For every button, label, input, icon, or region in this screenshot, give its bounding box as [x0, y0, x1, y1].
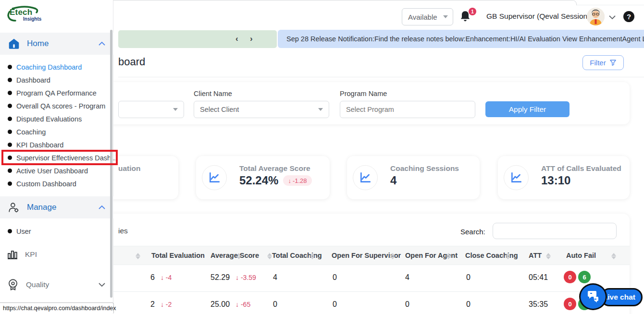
- sidebar-item-label: Coaching: [16, 128, 46, 136]
- bullet-icon: [8, 65, 12, 69]
- table-title: ies: [118, 227, 128, 235]
- notifications-button[interactable]: 1: [459, 10, 475, 24]
- status-url-text: https://chat.qevalpro.com/dashboard/inde…: [3, 305, 116, 312]
- trend-cell: ↓ -65: [235, 301, 250, 308]
- user-gear-icon: [8, 201, 20, 214]
- availability-select[interactable]: Available: [402, 8, 453, 25]
- sort-icon[interactable]: [390, 253, 395, 260]
- chevron-right-icon[interactable]: ›: [250, 34, 253, 44]
- sidebar-item-kpi[interactable]: KPI: [0, 246, 113, 263]
- cell-total-evaluation: 6↓ -4: [150, 273, 172, 282]
- highlight-box: [1, 150, 118, 165]
- stat-card-value: 52.24%: [239, 174, 278, 187]
- chevron-left-icon[interactable]: ‹: [235, 34, 238, 44]
- col-auto-fail[interactable]: Auto Fail: [566, 252, 596, 259]
- sidebar-item-label: Coaching Dashboard: [16, 63, 82, 71]
- cell-total-coaching: 4: [273, 273, 277, 282]
- col-average-score[interactable]: Average Score: [211, 252, 259, 259]
- table-header-row: Total Evaluation Average Score Total Coa…: [29, 246, 630, 265]
- logo-text-insights: Insights: [23, 16, 41, 22]
- cell-open-for-agent: 4: [405, 273, 409, 282]
- chevron-down-icon: [318, 108, 323, 111]
- availability-value: Available: [408, 13, 437, 21]
- avatar-image: [587, 8, 605, 25]
- sidebar-item-label: Custom Dashboard: [16, 180, 76, 188]
- page-title: board: [118, 56, 145, 68]
- home-icon: [8, 37, 20, 50]
- down-arrow-icon: ↓: [235, 274, 239, 281]
- sort-icon[interactable]: [267, 253, 272, 260]
- chevron-up-icon[interactable]: [98, 39, 106, 48]
- stat-card-label: uation: [118, 164, 141, 173]
- chevron-down-icon[interactable]: [98, 280, 106, 289]
- table-row[interactable]: 2↓ -2 25.00↓ -65 0 0 0 0 35:35 0: [29, 292, 630, 314]
- user-name: GB Supervisor (Qeval Session): [486, 12, 590, 21]
- user-avatar[interactable]: [587, 8, 605, 25]
- bullet-icon: [8, 104, 12, 108]
- program-name-label: Program Name: [340, 90, 387, 97]
- search-input[interactable]: [493, 223, 617, 239]
- sidebar-item-coaching-dashboard[interactable]: Coaching Dashboard: [0, 60, 113, 73]
- sidebar-item-kpi-dashboard[interactable]: KPI Dashboard: [0, 138, 113, 151]
- sidebar-item-label: Dashboard: [16, 76, 50, 84]
- stat-card-total-average-score: Total Average Score 52.24% ↓ -1.28: [196, 156, 330, 199]
- client-select[interactable]: Select Client: [194, 101, 329, 118]
- sidebar-section-home[interactable]: Home: [0, 33, 113, 55]
- sidebar-item-disputed-evaluations[interactable]: Disputed Evaluations: [0, 112, 113, 125]
- cell-total-coaching: 0: [273, 300, 277, 309]
- program-input[interactable]: [340, 101, 475, 118]
- sidebar-item-custom-dashboard[interactable]: Custom Dashboard: [0, 177, 113, 190]
- sidebar-item-quality[interactable]: Quality: [0, 277, 113, 293]
- cell-att: 35:35: [529, 300, 548, 309]
- sidebar-item-overall-qa-scores-program[interactable]: Overall QA scores - Program: [0, 99, 113, 112]
- chevron-up-icon[interactable]: [98, 203, 106, 212]
- sort-icon[interactable]: [310, 253, 315, 260]
- app-window: Available 1 GB Supervisor (Qeval Session…: [0, 0, 644, 314]
- bullet-icon: [8, 130, 12, 134]
- trend-cell: ↓ -4: [161, 274, 172, 281]
- sort-icon[interactable]: [546, 253, 551, 260]
- sidebar-item-label: Quality: [26, 280, 49, 289]
- sidebar-item-program-qa-performance[interactable]: Program QA Performance: [0, 86, 113, 99]
- quality-badge-icon: [7, 278, 19, 291]
- sidebar-item-dashboard[interactable]: Dashboard: [0, 73, 113, 86]
- sidebar-item-label: Disputed Evaluations: [16, 115, 82, 123]
- sidebar-section-manage[interactable]: Manage: [0, 196, 113, 218]
- profile-menu-chevron[interactable]: [608, 13, 616, 22]
- table-row[interactable]: 6↓ -4 52.29↓ -3.59 4 0 4 0 05:41 0 6: [29, 265, 630, 292]
- sidebar-item-active-user-dashboard[interactable]: Active User Dashboard: [0, 164, 113, 177]
- col-att[interactable]: ATT: [529, 252, 542, 259]
- bullet-icon: [8, 169, 12, 173]
- bullet-icon: [8, 91, 12, 95]
- filter-button[interactable]: Filter: [582, 55, 624, 70]
- stat-card-value: 4: [390, 174, 396, 187]
- stat-card-att-calls-evaluated: ATT of Calls Evaluated 13:10: [498, 156, 630, 199]
- down-arrow-icon: ↓: [235, 301, 239, 308]
- bullet-icon: [8, 229, 12, 233]
- stat-card-value-row: 4: [390, 174, 396, 187]
- sort-icon[interactable]: [136, 253, 140, 260]
- question-mark-icon: ?: [627, 12, 631, 21]
- chevron-down-icon: [173, 108, 178, 111]
- sidebar-item-user[interactable]: User: [0, 225, 113, 238]
- release-notification-banner[interactable]: Sep 28 Release Notification:Find the rel…: [278, 30, 644, 48]
- sort-icon[interactable]: [446, 253, 451, 260]
- cell-open-for-supervisor: 0: [333, 273, 337, 282]
- client-name-label: Client Name: [194, 90, 232, 97]
- live-chat-bubble[interactable]: [579, 283, 607, 310]
- col-total-evaluation[interactable]: Total Evaluation: [151, 252, 205, 259]
- logo-text-etech: Etech: [10, 8, 32, 17]
- status-bar-url: https://chat.qevalpro.com/dashboard/inde…: [0, 302, 114, 313]
- live-chat-label: Live chat: [603, 293, 635, 302]
- chevron-down-icon: [443, 15, 448, 18]
- hidden-filter-select[interactable]: [118, 101, 184, 118]
- line-chart-icon: [353, 165, 378, 190]
- apply-filter-button[interactable]: Apply Filter: [485, 101, 570, 117]
- cell-open-for-supervisor: 0: [333, 300, 337, 309]
- funnel-icon: [609, 59, 617, 66]
- help-button[interactable]: ?: [623, 11, 634, 22]
- sidebar-item-coaching[interactable]: Coaching: [0, 125, 113, 138]
- sort-icon[interactable]: [611, 253, 616, 260]
- sort-icon[interactable]: [506, 253, 510, 260]
- sidebar-item-label: KPI: [25, 250, 37, 259]
